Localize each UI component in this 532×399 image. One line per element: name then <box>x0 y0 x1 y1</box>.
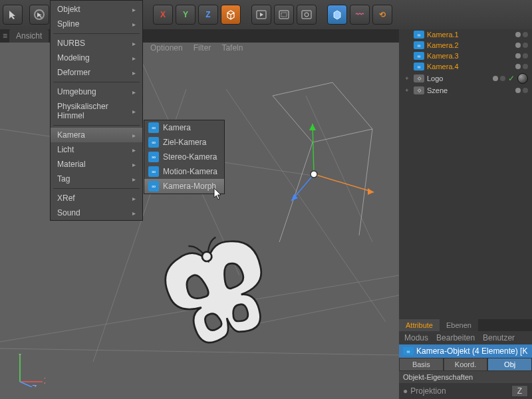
menu-item-umgebung[interactable]: Umgebung <box>51 84 142 99</box>
object-name: Kamera.1 <box>427 31 513 39</box>
submenu-item-ziel-kamera[interactable]: ∞Ziel-Kamera <box>144 135 224 150</box>
visibility-dots[interactable] <box>515 43 528 48</box>
cube-add-icon[interactable] <box>221 5 241 25</box>
object-name: Kamera.2 <box>427 41 513 49</box>
axis-x-button[interactable]: X <box>153 5 173 25</box>
object-row-kamera-3[interactable]: ∞Kamera.3 <box>403 51 528 61</box>
attr-tab-buttons: Basis Koord. Obj <box>399 358 532 371</box>
camera-icon: ∞ <box>403 347 414 355</box>
expand-icon[interactable]: + <box>403 87 411 94</box>
menu-item-xref[interactable]: XRef <box>51 191 142 205</box>
attribute-manager: Attribute Ebenen Modus Bearbeiten Benutz… <box>399 319 532 399</box>
null-icon: ◇ <box>414 86 424 94</box>
menu-item-kamera[interactable]: Kamera <box>51 128 142 142</box>
svg-text:Z: Z <box>32 384 37 387</box>
object-tree[interactable]: ∞Kamera.1∞Kamera.2∞Kamera.3∞Kamera.4+◇Lo… <box>399 28 532 97</box>
visibility-dots[interactable] <box>515 64 528 69</box>
attr-bearbeiten[interactable]: Bearbeiten <box>436 333 475 342</box>
tab-menu-icon[interactable]: ≡ <box>3 31 9 41</box>
menu-item-modeling[interactable]: Modeling <box>51 51 142 65</box>
visibility-dots[interactable] <box>515 88 528 93</box>
camera-icon: ∞ <box>148 152 159 162</box>
vp-optionen[interactable]: Optionen <box>150 43 183 53</box>
tab-attribute[interactable]: Attribute <box>399 319 440 331</box>
spline-tool-icon[interactable]: 〰 <box>350 5 370 25</box>
object-name: Kamera.4 <box>427 63 513 70</box>
camera-icon: ∞ <box>414 41 424 49</box>
menu-item-licht[interactable]: Licht <box>51 142 142 157</box>
submenu-item-kamera-morph[interactable]: ∞Kamera-Morph <box>144 179 224 194</box>
vp-filter[interactable]: Filter <box>194 43 211 53</box>
projektion-dropdown[interactable]: Z <box>511 385 528 397</box>
object-name: Kamera.3 <box>427 52 513 60</box>
svg-point-6 <box>305 13 309 17</box>
attr-btn-basis[interactable]: Basis <box>399 358 444 371</box>
svg-rect-4 <box>281 13 287 17</box>
camera-icon: ∞ <box>148 137 159 148</box>
svg-line-19 <box>313 124 314 174</box>
attr-btn-objekt[interactable]: Obj <box>487 358 532 371</box>
svg-rect-5 <box>302 11 311 19</box>
attr-modus[interactable]: Modus <box>404 333 428 342</box>
submenu-item-stereo-kamera[interactable]: ∞Stereo-Kamera <box>144 150 224 164</box>
menu-item-objekt[interactable]: Objekt <box>51 2 142 17</box>
tool-select-icon[interactable] <box>3 5 23 25</box>
visibility-dots[interactable] <box>515 53 528 59</box>
attr-group-header: Objekt-Eigenschaften <box>399 371 532 383</box>
object-row-szene[interactable]: +◇Szene <box>403 85 528 96</box>
render-settings-icon[interactable] <box>297 5 317 25</box>
svg-rect-3 <box>279 11 289 19</box>
menu-item-deformer[interactable]: Deformer <box>51 65 142 80</box>
object-name: Logo <box>427 74 490 82</box>
camera-icon: ∞ <box>148 122 159 133</box>
submenu-item-motion-kamera[interactable]: ∞Motion-Kamera <box>144 164 224 179</box>
menu-item-physikalischer-himmel[interactable]: Physikalischer Himmel <box>51 99 142 123</box>
butterfly-logo-object <box>133 235 306 355</box>
axis-z-button[interactable]: Z <box>198 5 218 25</box>
object-row-kamera-4[interactable]: ∞Kamera.4 <box>403 61 528 72</box>
material-tag-icon[interactable] <box>517 73 528 84</box>
attr-menu: Modus Bearbeiten Benutzer <box>399 331 532 344</box>
svg-line-15 <box>279 142 313 242</box>
visibility-dots[interactable] <box>493 76 505 81</box>
object-row-kamera-2[interactable]: ∞Kamera.2 <box>403 40 528 51</box>
menu-item-nurbs[interactable]: NURBS <box>51 36 142 51</box>
primitive-cube-icon[interactable] <box>327 5 347 25</box>
attr-btn-koord[interactable]: Koord. <box>444 358 488 371</box>
vp-tafeln[interactable]: Tafeln <box>221 43 243 53</box>
attr-row-projektion: ● Projektion Z <box>399 383 532 399</box>
tab-ebenen[interactable]: Ebenen <box>440 319 478 331</box>
tool-live-select[interactable] <box>29 5 49 25</box>
expand-icon[interactable]: + <box>403 75 411 82</box>
svg-marker-20 <box>309 124 316 130</box>
menu-item-tag[interactable]: Tag <box>51 172 142 186</box>
svg-marker-22 <box>291 194 298 201</box>
camera-icon: ∞ <box>148 181 159 192</box>
svg-line-16 <box>359 129 372 235</box>
svg-point-23 <box>311 171 317 178</box>
menu-item-spline[interactable]: Spline <box>51 17 142 31</box>
null-icon: ◇ <box>414 74 424 82</box>
camera-icon: ∞ <box>414 31 424 39</box>
create-menu: ObjektSplineNURBSModelingDeformerUmgebun… <box>50 0 143 221</box>
object-name: Szene <box>427 86 513 94</box>
camera-icon: ∞ <box>148 166 159 177</box>
viewport-axis-gizmo: X Y Z <box>12 354 45 387</box>
submenu-item-kamera[interactable]: ∞Kamera <box>144 120 224 135</box>
axis-y-button[interactable]: Y <box>176 5 196 25</box>
menu-item-sound[interactable]: Sound <box>51 205 142 220</box>
render-check-icon[interactable]: ✓ <box>508 74 515 83</box>
view-tab-ansicht[interactable]: Ansicht <box>9 29 49 43</box>
svg-text:Y: Y <box>17 354 23 360</box>
attr-benutzer[interactable]: Benutzer <box>483 333 515 342</box>
visibility-dots[interactable] <box>515 32 528 37</box>
render-region-icon[interactable] <box>274 5 294 25</box>
object-row-kamera-1[interactable]: ∞Kamera.1 <box>403 29 528 40</box>
link-icon[interactable]: ⟲ <box>372 5 392 25</box>
menu-item-material[interactable]: Material <box>51 157 142 172</box>
render-icon[interactable] <box>251 5 271 25</box>
object-row-logo[interactable]: +◇Logo✓ <box>403 72 528 85</box>
mouse-cursor-icon <box>213 188 223 203</box>
svg-line-17 <box>314 174 374 192</box>
svg-text:X: X <box>44 376 45 386</box>
